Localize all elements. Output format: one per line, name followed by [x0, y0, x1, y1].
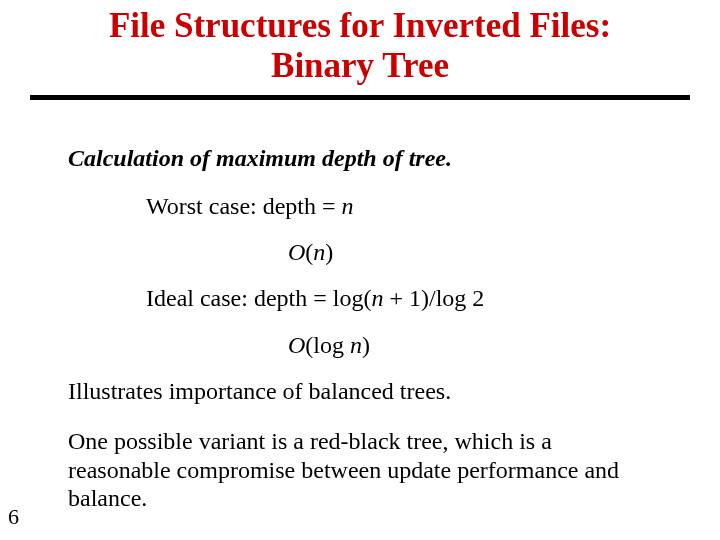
bigO-var: n — [313, 239, 325, 265]
slide: File Structures for Inverted Files: Bina… — [0, 0, 720, 540]
slide-title: File Structures for Inverted Files: Bina… — [0, 0, 720, 87]
worst-case-bigO: O(n) — [288, 238, 660, 266]
ideal-case-tail: + 1)/log 2 — [383, 285, 484, 311]
page-number: 6 — [8, 504, 19, 530]
paragraph-red-black: One possible variant is a red-black tree… — [68, 427, 660, 512]
bigO-open: (log — [305, 332, 350, 358]
bigO-close: ) — [362, 332, 370, 358]
title-line-2: Binary Tree — [271, 46, 449, 85]
worst-case-var: n — [342, 193, 354, 219]
ideal-case-label: Ideal case: depth = log( — [146, 285, 371, 311]
worst-case-label: Worst case: depth = — [146, 193, 342, 219]
bigO-symbol: O — [288, 239, 305, 265]
paragraph-balanced: Illustrates importance of balanced trees… — [68, 377, 660, 405]
ideal-case-bigO: O(log n) — [288, 331, 660, 359]
bigO-var: n — [350, 332, 362, 358]
slide-body: Calculation of maximum depth of tree. Wo… — [0, 100, 720, 513]
title-line-1: File Structures for Inverted Files: — [109, 6, 611, 45]
ideal-case-var: n — [371, 285, 383, 311]
subheading: Calculation of maximum depth of tree. — [68, 144, 660, 172]
bigO-close: ) — [325, 239, 333, 265]
ideal-case-line: Ideal case: depth = log(n + 1)/log 2 — [146, 284, 660, 312]
bigO-symbol: O — [288, 332, 305, 358]
worst-case-line: Worst case: depth = n — [146, 192, 660, 220]
